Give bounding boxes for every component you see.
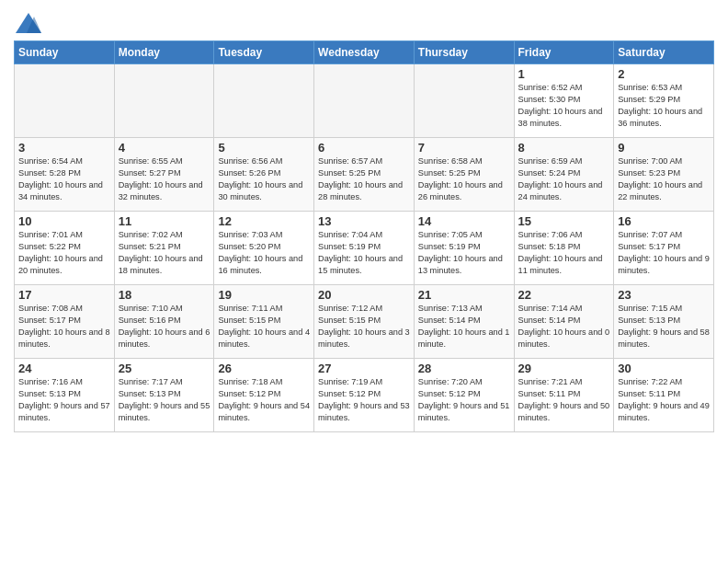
calendar-day-cell: 21Sunrise: 7:13 AM Sunset: 5:14 PM Dayli…: [414, 285, 514, 359]
day-info: Sunrise: 7:17 AM Sunset: 5:13 PM Dayligh…: [119, 376, 210, 424]
day-number: 13: [318, 214, 410, 228]
day-number: 6: [318, 141, 410, 155]
calendar-day-cell: 29Sunrise: 7:21 AM Sunset: 5:11 PM Dayli…: [514, 359, 614, 432]
calendar-week-row: 1Sunrise: 6:52 AM Sunset: 5:30 PM Daylig…: [15, 64, 714, 138]
calendar-week-row: 3Sunrise: 6:54 AM Sunset: 5:28 PM Daylig…: [15, 138, 714, 212]
calendar-day-cell: [214, 64, 314, 138]
day-info: Sunrise: 6:56 AM Sunset: 5:26 PM Dayligh…: [218, 155, 310, 203]
day-number: 24: [18, 362, 110, 375]
calendar-day-cell: 30Sunrise: 7:22 AM Sunset: 5:11 PM Dayli…: [614, 359, 714, 432]
calendar-day-cell: 28Sunrise: 7:20 AM Sunset: 5:12 PM Dayli…: [414, 359, 514, 432]
day-info: Sunrise: 7:01 AM Sunset: 5:22 PM Dayligh…: [18, 229, 110, 277]
day-info: Sunrise: 6:54 AM Sunset: 5:28 PM Dayligh…: [18, 155, 110, 203]
calendar-day-cell: 12Sunrise: 7:03 AM Sunset: 5:20 PM Dayli…: [214, 212, 314, 285]
weekday-header: Thursday: [414, 41, 514, 64]
day-number: 25: [119, 362, 210, 375]
day-number: 12: [218, 214, 310, 228]
calendar-header-row: SundayMondayTuesdayWednesdayThursdayFrid…: [15, 41, 714, 64]
day-number: 19: [218, 288, 310, 302]
day-number: 18: [119, 288, 210, 302]
day-info: Sunrise: 7:12 AM Sunset: 5:15 PM Dayligh…: [318, 303, 410, 350]
day-info: Sunrise: 6:59 AM Sunset: 5:24 PM Dayligh…: [518, 155, 610, 203]
day-number: 23: [618, 288, 710, 302]
calendar-day-cell: 1Sunrise: 6:52 AM Sunset: 5:30 PM Daylig…: [514, 64, 614, 138]
weekday-header: Saturday: [614, 41, 714, 64]
calendar-day-cell: 16Sunrise: 7:07 AM Sunset: 5:17 PM Dayli…: [614, 212, 714, 285]
calendar-day-cell: 26Sunrise: 7:18 AM Sunset: 5:12 PM Dayli…: [214, 359, 314, 432]
day-info: Sunrise: 7:20 AM Sunset: 5:12 PM Dayligh…: [418, 376, 510, 424]
calendar-day-cell: 11Sunrise: 7:02 AM Sunset: 5:21 PM Dayli…: [114, 212, 214, 285]
day-number: 26: [218, 362, 310, 375]
day-number: 15: [518, 214, 610, 228]
calendar-day-cell: 4Sunrise: 6:55 AM Sunset: 5:27 PM Daylig…: [114, 138, 214, 212]
calendar-day-cell: [114, 64, 214, 138]
day-number: 4: [119, 141, 210, 155]
day-info: Sunrise: 6:52 AM Sunset: 5:30 PM Dayligh…: [518, 82, 610, 130]
day-number: 28: [418, 362, 510, 375]
day-number: 1: [518, 67, 610, 81]
day-info: Sunrise: 7:15 AM Sunset: 5:13 PM Dayligh…: [618, 303, 710, 350]
day-info: Sunrise: 7:16 AM Sunset: 5:13 PM Dayligh…: [18, 376, 110, 424]
calendar-day-cell: [15, 64, 115, 138]
day-info: Sunrise: 7:18 AM Sunset: 5:12 PM Dayligh…: [218, 376, 310, 424]
day-info: Sunrise: 6:53 AM Sunset: 5:29 PM Dayligh…: [618, 82, 710, 130]
calendar-day-cell: 20Sunrise: 7:12 AM Sunset: 5:15 PM Dayli…: [314, 285, 415, 359]
day-number: 30: [618, 362, 710, 375]
day-number: 10: [18, 214, 110, 228]
calendar-day-cell: 17Sunrise: 7:08 AM Sunset: 5:17 PM Dayli…: [15, 285, 115, 359]
calendar-week-row: 10Sunrise: 7:01 AM Sunset: 5:22 PM Dayli…: [15, 212, 714, 285]
day-number: 9: [618, 141, 710, 155]
day-info: Sunrise: 7:21 AM Sunset: 5:11 PM Dayligh…: [518, 376, 610, 424]
day-info: Sunrise: 7:05 AM Sunset: 5:19 PM Dayligh…: [418, 229, 510, 277]
calendar-day-cell: 6Sunrise: 6:57 AM Sunset: 5:25 PM Daylig…: [314, 138, 415, 212]
day-info: Sunrise: 7:08 AM Sunset: 5:17 PM Dayligh…: [18, 303, 110, 350]
calendar-day-cell: 15Sunrise: 7:06 AM Sunset: 5:18 PM Dayli…: [514, 212, 614, 285]
day-info: Sunrise: 6:57 AM Sunset: 5:25 PM Dayligh…: [318, 155, 410, 203]
logo-icon: [16, 13, 41, 33]
day-number: 29: [518, 362, 610, 375]
weekday-header: Sunday: [15, 41, 115, 64]
day-info: Sunrise: 7:22 AM Sunset: 5:11 PM Dayligh…: [618, 376, 710, 424]
day-info: Sunrise: 7:06 AM Sunset: 5:18 PM Dayligh…: [518, 229, 610, 277]
calendar-day-cell: 9Sunrise: 7:00 AM Sunset: 5:23 PM Daylig…: [614, 138, 714, 212]
weekday-header: Wednesday: [314, 41, 415, 64]
calendar-day-cell: 19Sunrise: 7:11 AM Sunset: 5:15 PM Dayli…: [214, 285, 314, 359]
day-number: 7: [418, 141, 510, 155]
day-number: 22: [518, 288, 610, 302]
day-info: Sunrise: 6:55 AM Sunset: 5:27 PM Dayligh…: [119, 155, 210, 203]
day-number: 20: [318, 288, 410, 302]
day-info: Sunrise: 7:00 AM Sunset: 5:23 PM Dayligh…: [618, 155, 710, 203]
day-number: 27: [318, 362, 410, 375]
calendar-day-cell: 18Sunrise: 7:10 AM Sunset: 5:16 PM Dayli…: [114, 285, 214, 359]
day-info: Sunrise: 7:02 AM Sunset: 5:21 PM Dayligh…: [119, 229, 210, 277]
calendar-day-cell: [314, 64, 415, 138]
day-info: Sunrise: 6:58 AM Sunset: 5:25 PM Dayligh…: [418, 155, 510, 203]
day-number: 5: [218, 141, 310, 155]
day-number: 21: [418, 288, 510, 302]
calendar-day-cell: 8Sunrise: 6:59 AM Sunset: 5:24 PM Daylig…: [514, 138, 614, 212]
calendar-day-cell: 2Sunrise: 6:53 AM Sunset: 5:29 PM Daylig…: [614, 64, 714, 138]
calendar: SundayMondayTuesdayWednesdayThursdayFrid…: [14, 40, 714, 432]
calendar-day-cell: 25Sunrise: 7:17 AM Sunset: 5:13 PM Dayli…: [114, 359, 214, 432]
day-info: Sunrise: 7:19 AM Sunset: 5:12 PM Dayligh…: [318, 376, 410, 424]
day-info: Sunrise: 7:03 AM Sunset: 5:20 PM Dayligh…: [218, 229, 310, 277]
day-number: 8: [518, 141, 610, 155]
day-number: 16: [618, 214, 710, 228]
calendar-day-cell: [414, 64, 514, 138]
day-number: 3: [18, 141, 110, 155]
day-info: Sunrise: 7:10 AM Sunset: 5:16 PM Dayligh…: [119, 303, 210, 350]
calendar-day-cell: 22Sunrise: 7:14 AM Sunset: 5:14 PM Dayli…: [514, 285, 614, 359]
page-container: SundayMondayTuesdayWednesdayThursdayFrid…: [0, 0, 728, 437]
day-number: 17: [18, 288, 110, 302]
calendar-day-cell: 14Sunrise: 7:05 AM Sunset: 5:19 PM Dayli…: [414, 212, 514, 285]
calendar-day-cell: 27Sunrise: 7:19 AM Sunset: 5:12 PM Dayli…: [314, 359, 415, 432]
logo: [14, 13, 40, 33]
weekday-header: Tuesday: [214, 41, 314, 64]
day-info: Sunrise: 7:11 AM Sunset: 5:15 PM Dayligh…: [218, 303, 310, 350]
day-info: Sunrise: 7:07 AM Sunset: 5:17 PM Dayligh…: [618, 229, 710, 277]
calendar-day-cell: 24Sunrise: 7:16 AM Sunset: 5:13 PM Dayli…: [15, 359, 115, 432]
calendar-day-cell: 23Sunrise: 7:15 AM Sunset: 5:13 PM Dayli…: [614, 285, 714, 359]
header-area: [14, 9, 714, 33]
day-info: Sunrise: 7:13 AM Sunset: 5:14 PM Dayligh…: [418, 303, 510, 350]
day-number: 14: [418, 214, 510, 228]
